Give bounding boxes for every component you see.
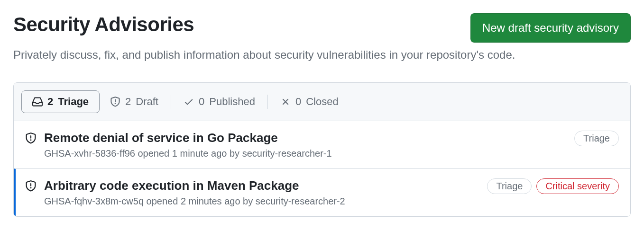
page-title: Security Advisories: [13, 13, 194, 36]
advisory-content: Remote denial of service in Go PackageGH…: [44, 131, 574, 159]
tab-draft-label: Draft: [136, 96, 158, 108]
tab-closed[interactable]: 0 Closed: [270, 91, 349, 113]
tab-closed-count: 0: [295, 96, 301, 108]
advisory-title[interactable]: Remote denial of service in Go Package: [44, 131, 574, 145]
tab-separator: [267, 95, 268, 109]
tab-draft[interactable]: 2 Draft: [100, 91, 169, 113]
tab-draft-count: 2: [125, 96, 131, 108]
check-icon: [184, 97, 194, 107]
tab-triage-count: 2: [47, 96, 53, 108]
tab-separator: [171, 95, 171, 109]
advisories-list: 2 Triage 2 Draft 0 Published: [13, 82, 631, 217]
advisory-meta: GHSA-fqhv-3x8m-cw5q opened 2 minutes ago…: [44, 196, 487, 207]
tab-published[interactable]: 0 Published: [173, 91, 266, 113]
page-subtitle: Privately discuss, fix, and publish info…: [13, 46, 631, 63]
tab-triage[interactable]: 2 Triage: [21, 90, 100, 113]
status-badge: Triage: [487, 178, 532, 194]
advisory-title[interactable]: Arbitrary code execution in Maven Packag…: [44, 178, 487, 193]
advisory-row[interactable]: Arbitrary code execution in Maven Packag…: [14, 168, 630, 216]
tab-published-count: 0: [199, 96, 204, 108]
shield-alert-icon: [25, 180, 37, 192]
tab-published-label: Published: [209, 96, 255, 108]
severity-badge: Critical severity: [536, 178, 619, 194]
advisory-meta: GHSA-xvhr-5836-ff96 opened 1 minute ago …: [44, 148, 574, 159]
x-icon: [280, 97, 291, 107]
inbox-icon: [32, 97, 43, 107]
status-badge: Triage: [574, 131, 619, 146]
advisory-content: Arbitrary code execution in Maven Packag…: [44, 178, 487, 207]
new-draft-advisory-button[interactable]: New draft security advisory: [470, 13, 631, 43]
advisory-badges: TriageCritical severity: [487, 178, 619, 194]
advisory-badges: Triage: [574, 131, 619, 146]
tab-triage-label: Triage: [58, 96, 89, 108]
filter-tabs: 2 Triage 2 Draft 0 Published: [14, 83, 630, 121]
tab-closed-label: Closed: [306, 96, 338, 108]
shield-alert-icon: [25, 133, 37, 144]
shield-alert-icon: [110, 97, 120, 107]
advisory-row[interactable]: Remote denial of service in Go PackageGH…: [14, 121, 630, 168]
